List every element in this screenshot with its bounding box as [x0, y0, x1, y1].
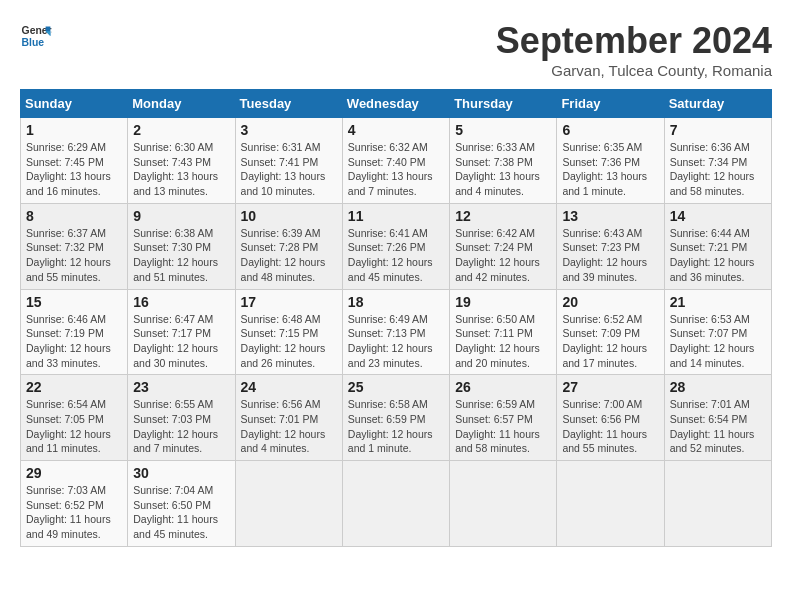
day-detail: Sunrise: 6:37 AMSunset: 7:32 PMDaylight:… — [26, 226, 122, 285]
day-detail: Sunrise: 6:29 AMSunset: 7:45 PMDaylight:… — [26, 140, 122, 199]
day-number: 19 — [455, 294, 551, 310]
day-number: 15 — [26, 294, 122, 310]
day-detail: Sunrise: 7:01 AMSunset: 6:54 PMDaylight:… — [670, 397, 766, 456]
header-row: SundayMondayTuesdayWednesdayThursdayFrid… — [21, 90, 772, 118]
day-detail: Sunrise: 6:41 AMSunset: 7:26 PMDaylight:… — [348, 226, 444, 285]
day-detail: Sunrise: 6:31 AMSunset: 7:41 PMDaylight:… — [241, 140, 337, 199]
day-detail: Sunrise: 6:35 AMSunset: 7:36 PMDaylight:… — [562, 140, 658, 199]
day-number: 28 — [670, 379, 766, 395]
day-detail: Sunrise: 6:55 AMSunset: 7:03 PMDaylight:… — [133, 397, 229, 456]
calendar-cell: 25Sunrise: 6:58 AMSunset: 6:59 PMDayligh… — [342, 375, 449, 461]
calendar-cell: 1Sunrise: 6:29 AMSunset: 7:45 PMDaylight… — [21, 118, 128, 204]
calendar-cell: 11Sunrise: 6:41 AMSunset: 7:26 PMDayligh… — [342, 203, 449, 289]
day-detail: Sunrise: 6:43 AMSunset: 7:23 PMDaylight:… — [562, 226, 658, 285]
day-detail: Sunrise: 6:42 AMSunset: 7:24 PMDaylight:… — [455, 226, 551, 285]
day-header-tuesday: Tuesday — [235, 90, 342, 118]
calendar-cell: 23Sunrise: 6:55 AMSunset: 7:03 PMDayligh… — [128, 375, 235, 461]
calendar-cell: 12Sunrise: 6:42 AMSunset: 7:24 PMDayligh… — [450, 203, 557, 289]
day-number: 30 — [133, 465, 229, 481]
day-number: 2 — [133, 122, 229, 138]
day-number: 14 — [670, 208, 766, 224]
calendar-cell — [450, 461, 557, 547]
calendar-cell: 18Sunrise: 6:49 AMSunset: 7:13 PMDayligh… — [342, 289, 449, 375]
day-detail: Sunrise: 6:48 AMSunset: 7:15 PMDaylight:… — [241, 312, 337, 371]
calendar-cell: 16Sunrise: 6:47 AMSunset: 7:17 PMDayligh… — [128, 289, 235, 375]
day-detail: Sunrise: 6:49 AMSunset: 7:13 PMDaylight:… — [348, 312, 444, 371]
calendar-cell — [664, 461, 771, 547]
day-detail: Sunrise: 6:39 AMSunset: 7:28 PMDaylight:… — [241, 226, 337, 285]
day-detail: Sunrise: 6:30 AMSunset: 7:43 PMDaylight:… — [133, 140, 229, 199]
day-number: 23 — [133, 379, 229, 395]
calendar-cell: 26Sunrise: 6:59 AMSunset: 6:57 PMDayligh… — [450, 375, 557, 461]
day-header-monday: Monday — [128, 90, 235, 118]
day-number: 3 — [241, 122, 337, 138]
calendar-cell — [235, 461, 342, 547]
day-number: 5 — [455, 122, 551, 138]
day-number: 25 — [348, 379, 444, 395]
calendar-table: SundayMondayTuesdayWednesdayThursdayFrid… — [20, 89, 772, 547]
day-number: 24 — [241, 379, 337, 395]
day-detail: Sunrise: 6:54 AMSunset: 7:05 PMDaylight:… — [26, 397, 122, 456]
day-number: 9 — [133, 208, 229, 224]
title-block: September 2024 Garvan, Tulcea County, Ro… — [496, 20, 772, 79]
day-detail: Sunrise: 6:32 AMSunset: 7:40 PMDaylight:… — [348, 140, 444, 199]
day-detail: Sunrise: 6:56 AMSunset: 7:01 PMDaylight:… — [241, 397, 337, 456]
calendar-cell: 2Sunrise: 6:30 AMSunset: 7:43 PMDaylight… — [128, 118, 235, 204]
calendar-cell: 19Sunrise: 6:50 AMSunset: 7:11 PMDayligh… — [450, 289, 557, 375]
day-detail: Sunrise: 6:36 AMSunset: 7:34 PMDaylight:… — [670, 140, 766, 199]
day-header-sunday: Sunday — [21, 90, 128, 118]
day-number: 8 — [26, 208, 122, 224]
calendar-cell: 24Sunrise: 6:56 AMSunset: 7:01 PMDayligh… — [235, 375, 342, 461]
day-detail: Sunrise: 6:33 AMSunset: 7:38 PMDaylight:… — [455, 140, 551, 199]
day-detail: Sunrise: 7:00 AMSunset: 6:56 PMDaylight:… — [562, 397, 658, 456]
logo: General Blue — [20, 20, 52, 52]
day-number: 10 — [241, 208, 337, 224]
day-number: 17 — [241, 294, 337, 310]
month-title: September 2024 — [496, 20, 772, 62]
calendar-cell: 22Sunrise: 6:54 AMSunset: 7:05 PMDayligh… — [21, 375, 128, 461]
day-detail: Sunrise: 6:58 AMSunset: 6:59 PMDaylight:… — [348, 397, 444, 456]
day-detail: Sunrise: 7:04 AMSunset: 6:50 PMDaylight:… — [133, 483, 229, 542]
location: Garvan, Tulcea County, Romania — [496, 62, 772, 79]
svg-text:Blue: Blue — [22, 37, 45, 48]
day-number: 27 — [562, 379, 658, 395]
day-number: 7 — [670, 122, 766, 138]
day-detail: Sunrise: 6:47 AMSunset: 7:17 PMDaylight:… — [133, 312, 229, 371]
calendar-cell: 3Sunrise: 6:31 AMSunset: 7:41 PMDaylight… — [235, 118, 342, 204]
calendar-cell: 28Sunrise: 7:01 AMSunset: 6:54 PMDayligh… — [664, 375, 771, 461]
calendar-cell: 20Sunrise: 6:52 AMSunset: 7:09 PMDayligh… — [557, 289, 664, 375]
day-number: 11 — [348, 208, 444, 224]
calendar-cell: 21Sunrise: 6:53 AMSunset: 7:07 PMDayligh… — [664, 289, 771, 375]
calendar-cell: 8Sunrise: 6:37 AMSunset: 7:32 PMDaylight… — [21, 203, 128, 289]
day-detail: Sunrise: 6:44 AMSunset: 7:21 PMDaylight:… — [670, 226, 766, 285]
calendar-cell: 27Sunrise: 7:00 AMSunset: 6:56 PMDayligh… — [557, 375, 664, 461]
day-detail: Sunrise: 6:53 AMSunset: 7:07 PMDaylight:… — [670, 312, 766, 371]
day-number: 6 — [562, 122, 658, 138]
week-row: 1Sunrise: 6:29 AMSunset: 7:45 PMDaylight… — [21, 118, 772, 204]
calendar-cell: 5Sunrise: 6:33 AMSunset: 7:38 PMDaylight… — [450, 118, 557, 204]
calendar-cell: 14Sunrise: 6:44 AMSunset: 7:21 PMDayligh… — [664, 203, 771, 289]
day-number: 20 — [562, 294, 658, 310]
calendar-cell: 4Sunrise: 6:32 AMSunset: 7:40 PMDaylight… — [342, 118, 449, 204]
calendar-cell — [342, 461, 449, 547]
day-number: 18 — [348, 294, 444, 310]
calendar-cell: 17Sunrise: 6:48 AMSunset: 7:15 PMDayligh… — [235, 289, 342, 375]
day-header-thursday: Thursday — [450, 90, 557, 118]
week-row: 29Sunrise: 7:03 AMSunset: 6:52 PMDayligh… — [21, 461, 772, 547]
day-number: 21 — [670, 294, 766, 310]
day-detail: Sunrise: 6:46 AMSunset: 7:19 PMDaylight:… — [26, 312, 122, 371]
week-row: 8Sunrise: 6:37 AMSunset: 7:32 PMDaylight… — [21, 203, 772, 289]
logo-icon: General Blue — [20, 20, 52, 52]
day-number: 16 — [133, 294, 229, 310]
day-detail: Sunrise: 6:52 AMSunset: 7:09 PMDaylight:… — [562, 312, 658, 371]
day-detail: Sunrise: 6:50 AMSunset: 7:11 PMDaylight:… — [455, 312, 551, 371]
day-number: 12 — [455, 208, 551, 224]
week-row: 15Sunrise: 6:46 AMSunset: 7:19 PMDayligh… — [21, 289, 772, 375]
day-detail: Sunrise: 6:38 AMSunset: 7:30 PMDaylight:… — [133, 226, 229, 285]
day-header-saturday: Saturday — [664, 90, 771, 118]
day-header-friday: Friday — [557, 90, 664, 118]
calendar-cell: 10Sunrise: 6:39 AMSunset: 7:28 PMDayligh… — [235, 203, 342, 289]
week-row: 22Sunrise: 6:54 AMSunset: 7:05 PMDayligh… — [21, 375, 772, 461]
day-number: 26 — [455, 379, 551, 395]
calendar-cell — [557, 461, 664, 547]
